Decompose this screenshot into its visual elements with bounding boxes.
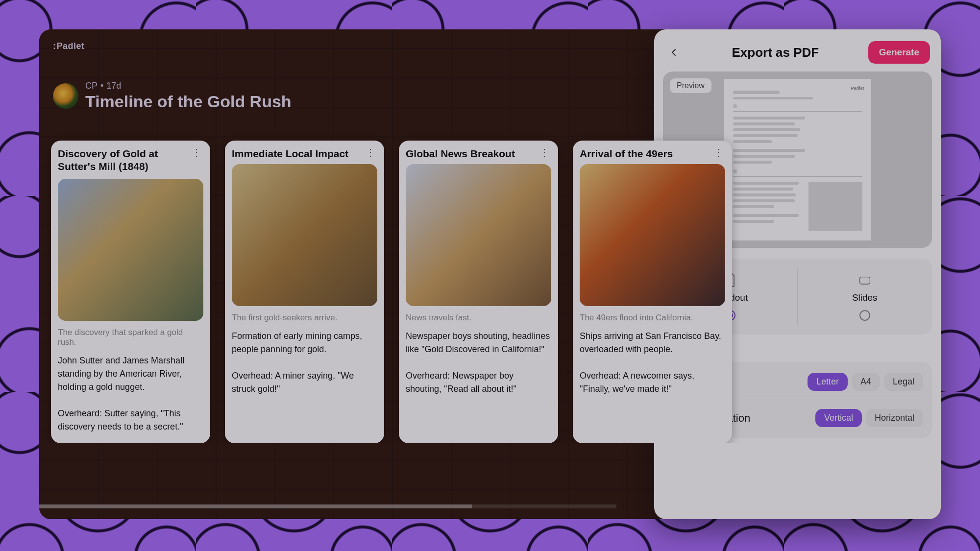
- modal-dim-overlay: [39, 29, 941, 519]
- app-window: Padlet CP•17d Timeline of the Gold Rush …: [39, 29, 941, 519]
